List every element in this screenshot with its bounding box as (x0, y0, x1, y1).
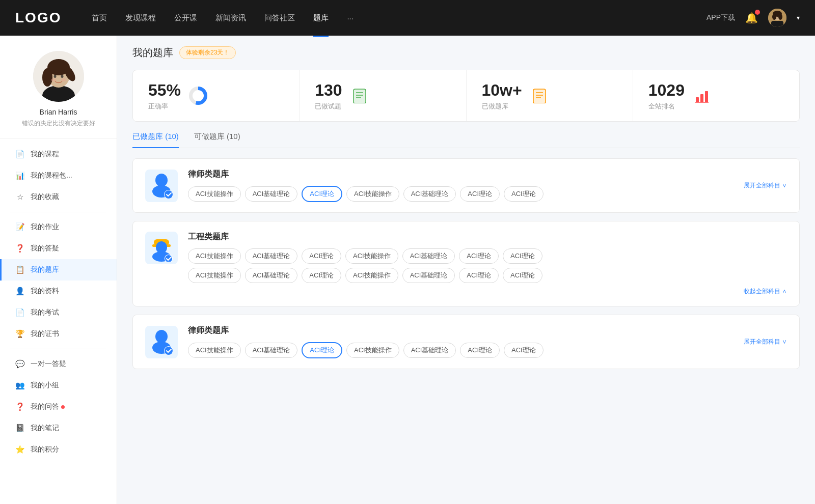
qbank-tag[interactable]: ACI技能操作 (346, 186, 399, 202)
stat-done-questions-label: 已做试题 (315, 102, 342, 111)
qbank-tag-active[interactable]: ACI理论 (302, 342, 342, 358)
stat-done-questions: 130 已做试题 (300, 70, 466, 121)
tutoring-icon: 💬 (15, 359, 24, 369)
sidebar-item-label: 一对一答疑 (31, 359, 66, 369)
qbank-tag[interactable]: ACI基础理论 (245, 248, 298, 264)
qbank-tags-2: ACI技能操作 ACI基础理论 ACI理论 ACI技能操作 ACI基础理论 AC… (188, 342, 734, 358)
qbank-tag[interactable]: ACI理论 (302, 268, 341, 283)
courses-icon: 📄 (15, 150, 24, 159)
stat-accuracy: 55% 正确率 (133, 70, 300, 121)
stat-rank-text: 1029 全站排名 (648, 80, 685, 111)
qbank-tag[interactable]: ACI理论 (460, 343, 500, 358)
page-header: 我的题库 体验剩余23天！ (132, 46, 800, 60)
qbank-tag[interactable]: ACI基础理论 (245, 343, 298, 358)
sidebar-item-profile-data[interactable]: 👤 我的资料 (0, 281, 117, 302)
qa-icon: ❓ (15, 244, 24, 253)
qbank-tag[interactable]: ACI理论 (503, 248, 542, 264)
qbank-tag[interactable]: ACI技能操作 (188, 268, 241, 283)
qbank-tag[interactable]: ACI基础理论 (403, 186, 456, 202)
nav-more[interactable]: ··· (347, 12, 354, 24)
sidebar: Brian Harris 错误的决定比没有决定要好 📄 我的课程 📊 我的课程包… (0, 36, 117, 504)
qbank-tag[interactable]: ACI技能操作 (346, 343, 399, 358)
svg-rect-30 (705, 91, 708, 102)
lawyer2-card-header: 律师类题库 ACI技能操作 ACI基础理论 ACI理论 ACI技能操作 ACI基… (145, 325, 787, 358)
qbank-tag[interactable]: ACI技能操作 (188, 248, 241, 264)
sidebar-item-my-qa[interactable]: ❓ 我的问答 (0, 396, 117, 417)
sidebar-item-homework[interactable]: 📝 我的作业 (0, 216, 117, 238)
qbank-tag[interactable]: ACI基础理论 (245, 186, 298, 202)
sidebar-item-tutoring[interactable]: 💬 一对一答疑 (0, 353, 117, 375)
qbank-tag-active[interactable]: ACI理论 (302, 186, 342, 202)
qbank-tag[interactable]: ACI基础理论 (245, 268, 298, 283)
sidebar-item-label: 我的资料 (31, 287, 59, 296)
qbank-tags-row-2: ACI技能操作 ACI基础理论 ACI理论 ACI技能操作 ACI基础理论 AC… (188, 268, 787, 283)
sidebar-item-favorites[interactable]: ☆ 我的收藏 (0, 186, 117, 208)
qbank-tag[interactable]: ACI基础理论 (402, 248, 455, 264)
svg-point-5 (772, 14, 776, 20)
pie-chart (189, 87, 207, 105)
qbank-card-lawyer-2: 律师类题库 ACI技能操作 ACI基础理论 ACI理论 ACI技能操作 ACI基… (132, 315, 800, 369)
collapse-button-engineer[interactable]: 收起全部科目 ∧ (744, 287, 787, 296)
tab-done-banks[interactable]: 已做题库 (10) (132, 132, 179, 148)
nav-question-bank[interactable]: 题库 (313, 11, 329, 25)
sidebar-item-label: 我的积分 (31, 445, 59, 454)
notification-bell[interactable]: 🔔 (745, 12, 758, 24)
trial-badge: 体验剩余23天！ (179, 46, 236, 59)
qbank-tag[interactable]: ACI技能操作 (345, 248, 398, 264)
svg-point-15 (61, 75, 63, 78)
favorites-icon: ☆ (15, 192, 24, 202)
stat-accuracy-text: 55% 正确率 (148, 80, 181, 111)
sidebar-item-courses[interactable]: 📄 我的课程 (0, 144, 117, 165)
qbank-title-engineer: 工程类题库 (188, 232, 787, 242)
qbank-tag[interactable]: ACI基础理论 (402, 268, 455, 283)
user-dropdown-arrow[interactable]: ▾ (797, 14, 800, 21)
tabs-row: 已做题库 (10) 可做题库 (10) (132, 132, 800, 148)
sidebar-item-qa-me[interactable]: ❓ 我的答疑 (0, 238, 117, 259)
profile-avatar[interactable] (33, 51, 84, 102)
sidebar-item-points[interactable]: ⭐ 我的积分 (0, 439, 117, 460)
qbank-tag[interactable]: ACI理论 (302, 248, 341, 264)
nav-home[interactable]: 首页 (92, 11, 107, 25)
qbank-tag[interactable]: ACI技能操作 (188, 186, 241, 202)
engineer-card-header: 工程类题库 ACI技能操作 ACI基础理论 ACI理论 ACI技能操作 ACI基… (145, 232, 787, 287)
sidebar-item-label: 我的小组 (31, 381, 59, 390)
sidebar-item-exams[interactable]: 📄 我的考试 (0, 302, 117, 323)
nav-discover[interactable]: 发现课程 (125, 11, 156, 25)
stat-rank-value: 1029 (648, 80, 685, 100)
qbank-tag[interactable]: ACI基础理论 (403, 343, 456, 358)
sidebar-item-groups[interactable]: 👥 我的小组 (0, 375, 117, 396)
profile-data-icon: 👤 (15, 287, 24, 296)
expand-button-2[interactable]: 展开全部科目 ∨ (744, 338, 787, 346)
user-avatar[interactable] (768, 9, 786, 27)
nav-qa[interactable]: 问答社区 (264, 11, 295, 25)
app-download-link[interactable]: APP下载 (707, 13, 735, 22)
stat-rank: 1029 全站排名 (633, 70, 799, 121)
qbank-tag[interactable]: ACI技能操作 (345, 268, 398, 283)
qbank-tag[interactable]: ACI理论 (460, 186, 500, 202)
homework-icon: 📝 (15, 222, 24, 232)
qbank-tag[interactable]: ACI理论 (503, 268, 542, 283)
sidebar-item-question-bank[interactable]: 📋 我的题库 (0, 259, 117, 281)
nav-news[interactable]: 新闻资讯 (215, 11, 246, 25)
qbank-card-lawyer-1: 律师类题库 ACI技能操作 ACI基础理论 ACI理论 ACI技能操作 ACI基… (132, 158, 800, 213)
qbank-tag[interactable]: ACI理论 (459, 268, 499, 283)
qbank-tag[interactable]: ACI理论 (459, 248, 499, 264)
top-navigation: LOGO 首页 发现课程 公开课 新闻资讯 问答社区 题库 ··· APP下载 … (0, 0, 815, 36)
qbank-tag[interactable]: ACI技能操作 (188, 343, 241, 358)
svg-point-45 (165, 347, 173, 355)
sidebar-item-notes[interactable]: 📓 我的笔记 (0, 417, 117, 439)
expand-button-1[interactable]: 展开全部科目 ∨ (744, 181, 787, 190)
sidebar-item-course-package[interactable]: 📊 我的课程包... (0, 165, 117, 186)
logo[interactable]: LOGO (15, 10, 61, 26)
stat-done-banks-label: 已做题库 (482, 102, 522, 111)
sidebar-item-label: 我的作业 (31, 222, 59, 232)
course-package-icon: 📊 (15, 171, 24, 180)
sidebar-item-certificates[interactable]: 🏆 我的证书 (0, 323, 117, 345)
tab-available-banks[interactable]: 可做题库 (10) (194, 132, 240, 148)
sidebar-item-label: 我的收藏 (31, 192, 59, 202)
nav-open-course[interactable]: 公开课 (174, 11, 197, 25)
qbank-tag[interactable]: ACI理论 (504, 186, 544, 202)
groups-icon: 👥 (15, 381, 24, 390)
qbank-tag[interactable]: ACI理论 (504, 343, 544, 358)
nav-menu: 首页 发现课程 公开课 新闻资讯 问答社区 题库 ··· (92, 11, 707, 25)
